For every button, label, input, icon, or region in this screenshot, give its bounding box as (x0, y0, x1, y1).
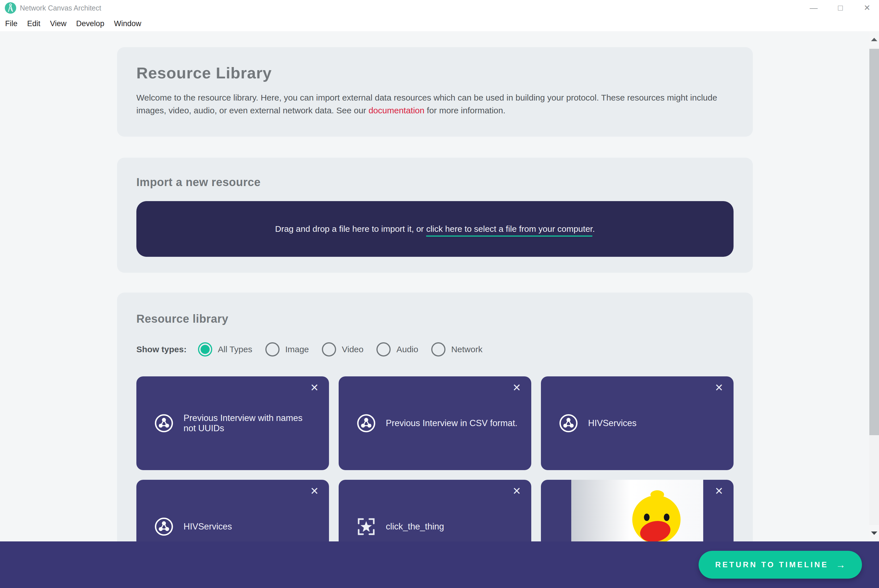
menu-item-window[interactable]: Window (114, 20, 141, 28)
scroll-down-icon (871, 531, 877, 535)
menu-item-edit[interactable]: Edit (27, 20, 40, 28)
filter-image[interactable]: Image (266, 342, 309, 357)
remove-resource-icon[interactable]: ✕ (715, 486, 723, 496)
card-content: click_the_thing (356, 517, 519, 537)
dropzone-text: Drag and drop a file here to import it, … (275, 224, 595, 234)
filter-network[interactable]: Network (431, 342, 482, 357)
resource-title: Previous Interview in CSV format. (386, 418, 518, 428)
resource-title: Previous Interview with names not UUIDs (183, 413, 316, 434)
filter-label: Image (285, 345, 309, 354)
resource-library-header-panel: Resource Library Welcome to the resource… (117, 47, 753, 136)
window-controls: — □ ✕ (809, 0, 872, 16)
welcome-text-after: for more information. (424, 106, 506, 115)
card-content: HIVServices (154, 517, 316, 537)
scroll-up-button[interactable] (869, 31, 879, 48)
maximize-button[interactable]: □ (836, 4, 845, 12)
scrollbar-thumb[interactable] (869, 49, 879, 435)
bottom-action-bar: RETURN TO TIMELINE → (0, 542, 879, 588)
network-resource-icon (356, 413, 376, 433)
page-title: Resource Library (136, 64, 734, 82)
menu-item-file[interactable]: File (5, 20, 18, 28)
resource-card[interactable]: ✕ Previous Interview in CSV format. (339, 376, 531, 470)
filter-label: Audio (396, 345, 418, 354)
network-resource-icon (558, 413, 578, 433)
documentation-link[interactable]: documentation (369, 106, 424, 115)
menu-item-develop[interactable]: Develop (76, 20, 104, 28)
card-content: HIVServices (558, 413, 721, 433)
filter-all-types[interactable]: All Types (198, 342, 252, 357)
filter-label: All Types (218, 345, 252, 354)
network-resource-icon (154, 413, 174, 433)
resource-title: click_the_thing (386, 522, 444, 532)
card-content: Previous Interview in CSV format. (356, 413, 519, 433)
remove-resource-icon[interactable]: ✕ (715, 382, 723, 393)
filter-label: Network (451, 345, 482, 354)
main-content: Resource Library Welcome to the resource… (0, 31, 879, 588)
remove-resource-icon[interactable]: ✕ (513, 486, 521, 496)
scroll-down-button[interactable] (869, 525, 879, 542)
return-to-timeline-button[interactable]: RETURN TO TIMELINE → (699, 551, 862, 579)
type-filter-row: Show types: All TypesImageVideoAudioNetw… (136, 342, 734, 357)
menu-item-view[interactable]: View (50, 20, 66, 28)
import-section-title: Import a new resource (136, 176, 734, 189)
radio-icon[interactable] (266, 342, 279, 357)
select-file-link[interactable]: click here to select a file from your co… (426, 224, 592, 237)
vertical-scrollbar[interactable] (869, 31, 879, 542)
welcome-text: Welcome to the resource library. Here, y… (136, 91, 734, 117)
resource-card[interactable]: ✕ Previous Interview with names not UUID… (136, 376, 329, 470)
file-dropzone[interactable]: Drag and drop a file here to import it, … (136, 201, 734, 257)
remove-resource-icon[interactable]: ✕ (310, 382, 319, 393)
resource-title: HIVServices (588, 418, 637, 428)
window-title: Network Canvas Architect (20, 4, 101, 12)
remove-resource-icon[interactable]: ✕ (513, 382, 521, 393)
import-resource-panel: Import a new resource Drag and drop a fi… (117, 158, 753, 273)
scroll-up-icon (871, 38, 877, 41)
show-types-label: Show types: (136, 345, 187, 354)
menu-bar: FileEditViewDevelopWindow (0, 16, 879, 31)
filter-video[interactable]: Video (322, 342, 363, 357)
arrow-right-icon: → (836, 559, 846, 570)
remove-resource-icon[interactable]: ✕ (310, 486, 319, 496)
radio-icon[interactable] (376, 342, 391, 357)
network-resource-icon (154, 517, 174, 537)
resource-card[interactable]: ✕ HIVServices (541, 376, 734, 470)
close-button[interactable]: ✕ (862, 4, 872, 12)
return-button-label: RETURN TO TIMELINE (715, 561, 828, 569)
filter-label: Video (342, 345, 363, 354)
radio-icon[interactable] (322, 342, 336, 357)
radio-selected-icon[interactable] (198, 342, 212, 357)
minimize-button[interactable]: — (809, 4, 818, 12)
title-bar: Network Canvas Architect — □ ✕ (0, 0, 879, 16)
card-content: Previous Interview with names not UUIDs (154, 413, 316, 434)
library-section-title: Resource library (136, 312, 734, 325)
resource-title: HIVServices (183, 522, 232, 532)
radio-icon[interactable] (431, 342, 446, 357)
filter-audio[interactable]: Audio (376, 342, 418, 357)
app-logo-icon (4, 2, 16, 14)
star-frame-icon (356, 517, 376, 537)
